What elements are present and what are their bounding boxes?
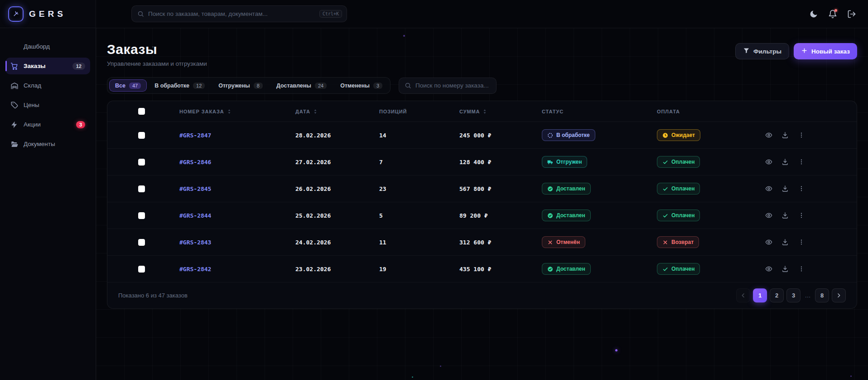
- tab-count: 12: [193, 83, 205, 89]
- order-number-link[interactable]: #GRS-2847: [179, 132, 211, 139]
- view-order-button[interactable]: [763, 209, 775, 221]
- new-order-button-label: Новый заказ: [811, 48, 850, 55]
- status-badge: Доставлен: [542, 183, 591, 195]
- row-menu-button[interactable]: [796, 209, 807, 221]
- select-all-checkbox[interactable]: [138, 108, 145, 115]
- topbar-actions: [809, 10, 856, 19]
- theme-toggle-button[interactable]: [809, 10, 818, 19]
- tab-delivered[interactable]: Доставлены 24: [270, 79, 333, 92]
- status-tabs: Все 47 В обработке 12 Отгружены 8 Достав…: [107, 77, 391, 94]
- tab-all[interactable]: Все 47: [109, 79, 147, 92]
- warehouse-icon: [10, 82, 19, 90]
- tab-count: 8: [254, 83, 263, 89]
- order-date: 23.02.2026: [295, 266, 379, 273]
- row-checkbox[interactable]: [138, 266, 145, 273]
- order-search-input[interactable]: [415, 82, 492, 89]
- column-header[interactable]: ОПЛАТА: [657, 109, 759, 114]
- sidebar-item-prices[interactable]: Цены: [5, 97, 90, 113]
- filters-button-label: Фильтры: [753, 48, 781, 55]
- order-number-link[interactable]: #GRS-2845: [179, 185, 211, 192]
- order-number-link[interactable]: #GRS-2846: [179, 159, 211, 166]
- download-invoice-button[interactable]: [779, 209, 791, 221]
- order-items-count: 7: [379, 159, 459, 166]
- tab-shipped[interactable]: Отгружены 8: [212, 79, 269, 92]
- status-badge: Доставлен: [542, 263, 591, 275]
- global-search-input[interactable]: [148, 10, 315, 17]
- order-number-link[interactable]: #GRS-2842: [179, 266, 211, 273]
- view-order-button[interactable]: [763, 263, 775, 275]
- page-button-1[interactable]: 1: [753, 288, 767, 302]
- cart-icon: [10, 62, 19, 70]
- row-actions: [759, 129, 857, 141]
- page-button-3[interactable]: 3: [786, 288, 800, 302]
- row-menu-button[interactable]: [796, 129, 807, 141]
- payment-badge: Оплачен: [657, 263, 700, 275]
- page-button-2[interactable]: 2: [770, 288, 784, 302]
- sidebar-item-badge: 3: [76, 121, 85, 128]
- column-header-label: НОМЕР ЗАКАЗА: [179, 109, 224, 114]
- table-row: #GRS-2843 24.02.2026 11 312 600 ₽ Отменё…: [107, 229, 857, 256]
- tab-processing[interactable]: В обработке 12: [149, 79, 211, 92]
- row-checkbox[interactable]: [138, 159, 145, 166]
- column-header[interactable]: ПОЗИЦИЙ: [379, 109, 459, 114]
- logout-button[interactable]: [847, 10, 856, 19]
- download-invoice-button[interactable]: [779, 183, 791, 195]
- tab-label: Доставлены: [276, 83, 311, 89]
- row-menu-button[interactable]: [796, 263, 807, 275]
- payment-label: Оплачен: [671, 159, 694, 165]
- column-header[interactable]: НОМЕР ЗАКАЗА: [179, 109, 295, 114]
- download-invoice-button[interactable]: [779, 156, 791, 168]
- status-icon: [547, 132, 553, 138]
- tab-cancelled[interactable]: Отменены 3: [334, 79, 388, 92]
- next-page-button[interactable]: [832, 288, 846, 302]
- payment-icon: [662, 213, 668, 219]
- view-order-button[interactable]: [763, 129, 775, 141]
- row-checkbox[interactable]: [138, 185, 145, 192]
- page-button-8[interactable]: 8: [815, 288, 829, 302]
- sidebar-item-documents[interactable]: Документы: [5, 136, 90, 152]
- order-search[interactable]: [399, 78, 497, 94]
- row-menu-button[interactable]: [796, 236, 807, 248]
- view-order-button[interactable]: [763, 183, 775, 195]
- row-menu-button[interactable]: [796, 156, 807, 168]
- orders-table-body: #GRS-2847 28.02.2026 14 245 000 ₽ В обра…: [107, 122, 857, 283]
- decor-dot: [412, 376, 413, 378]
- row-checkbox[interactable]: [138, 132, 145, 139]
- new-order-button[interactable]: Новый заказ: [794, 43, 857, 59]
- payment-label: Возврат: [671, 239, 694, 245]
- order-number-link[interactable]: #GRS-2843: [179, 239, 211, 246]
- download-invoice-button[interactable]: [779, 236, 791, 248]
- view-order-button[interactable]: [763, 236, 775, 248]
- row-actions: [759, 263, 857, 275]
- status-label: Отгружен: [556, 159, 582, 165]
- sidebar-item-promos[interactable]: Акции 3: [5, 116, 90, 133]
- status-label: Доставлен: [556, 212, 585, 219]
- order-number-link[interactable]: #GRS-2844: [179, 212, 211, 219]
- status-badge: Отменён: [542, 236, 585, 248]
- column-header[interactable]: ДАТА: [295, 109, 379, 114]
- sidebar-item-orders[interactable]: Заказы 12: [5, 58, 90, 74]
- main-area: Ctrl+K: [96, 0, 868, 380]
- payment-label: Оплачен: [671, 212, 694, 219]
- prev-page-button[interactable]: [736, 288, 750, 302]
- download-invoice-button[interactable]: [779, 129, 791, 141]
- view-order-button[interactable]: [763, 156, 775, 168]
- order-total: 128 400 ₽: [459, 159, 542, 166]
- sidebar-item-warehouse[interactable]: Склад: [5, 77, 90, 94]
- row-checkbox[interactable]: [138, 239, 145, 246]
- status-label: В обработке: [556, 132, 590, 138]
- column-header-label: СТАТУС: [542, 109, 564, 114]
- filters-button[interactable]: Фильтры: [735, 43, 789, 59]
- status-icon: [547, 186, 553, 192]
- notifications-button[interactable]: [828, 10, 837, 19]
- row-menu-button[interactable]: [796, 183, 807, 195]
- row-checkbox[interactable]: [138, 212, 145, 219]
- status-badge: Доставлен: [542, 209, 591, 221]
- payment-icon: [662, 266, 668, 272]
- column-header[interactable]: СТАТУС: [542, 109, 657, 114]
- sidebar-item-dashboard[interactable]: Дашборд: [5, 38, 90, 55]
- page-header: Заказы Управление заказами и отгрузками …: [107, 42, 857, 67]
- download-invoice-button[interactable]: [779, 263, 791, 275]
- global-search[interactable]: Ctrl+K: [131, 5, 347, 22]
- column-header[interactable]: СУММА: [459, 109, 542, 114]
